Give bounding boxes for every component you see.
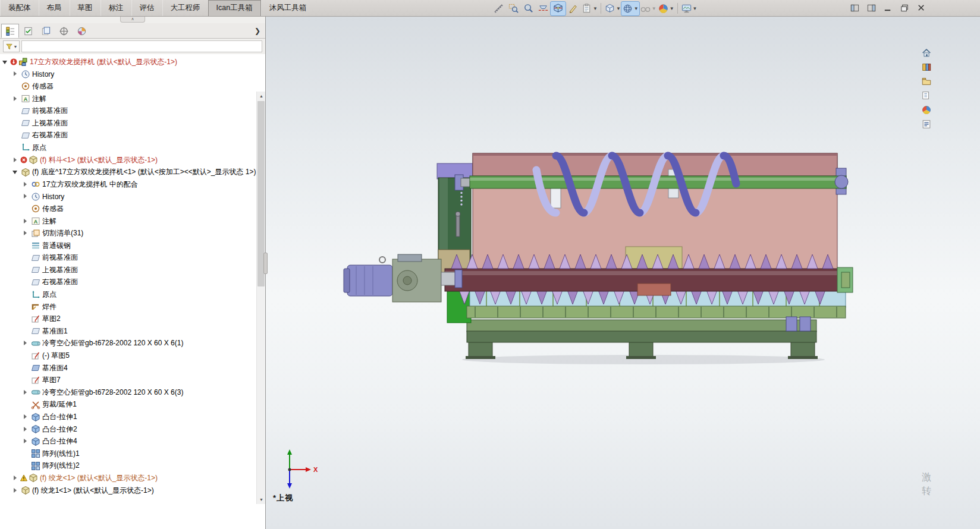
tree-expander-icon[interactable] [23, 230, 29, 237]
tree-expander-icon[interactable] [23, 414, 29, 420]
restore-button[interactable] [897, 1, 912, 15]
menu-tab-标注[interactable]: 标注 [100, 0, 131, 16]
tree-item[interactable]: 普通碳钢 [0, 240, 265, 252]
tree-item[interactable]: 传感器 [0, 203, 265, 215]
tree-item[interactable]: A注解 [0, 215, 265, 228]
manager-tab-featuremanager-tree[interactable] [1, 24, 19, 38]
tree-item[interactable]: (f) 绞龙<1> (默认<默认_显示状态-1>) [0, 472, 265, 484]
tree-item[interactable]: 阵列(线性)2 [0, 460, 265, 473]
tree-expander-icon[interactable] [23, 340, 29, 347]
manager-tab-dimxpertmanager[interactable] [55, 24, 73, 38]
tree-item[interactable]: 右视基准面 [0, 130, 265, 142]
display-style-icon[interactable]: ▼ [621, 2, 639, 15]
tree-item[interactable]: 传感器 [0, 80, 265, 93]
tree-item[interactable]: 剪裁/延伸1 [0, 399, 265, 411]
collapse-pane-right-button[interactable] [863, 1, 879, 15]
menu-tab-大工程师[interactable]: 大工程师 [162, 0, 208, 16]
dropdown-caret-icon[interactable]: ▼ [652, 6, 657, 11]
tree-item[interactable]: 草图2 [0, 313, 265, 325]
scroll-down-icon[interactable]: ▼ [257, 495, 265, 504]
tree-item[interactable]: 上视基准面 [0, 117, 265, 130]
minimize-button[interactable] [880, 1, 896, 15]
tree-item[interactable]: 冷弯空心矩管gb-t6728-2002 120 X 60 X 6(3) [0, 386, 265, 399]
tree-item[interactable]: 右视基准面 [0, 276, 265, 289]
dropdown-caret-icon[interactable]: ▼ [616, 6, 621, 11]
apply-scene-icon[interactable]: ▼ [680, 2, 698, 15]
view-palette-icon[interactable]: ▼ [580, 2, 598, 15]
zoom-area-icon[interactable] [506, 2, 521, 15]
tree-item[interactable]: 前视基准面 [0, 105, 265, 117]
menu-tab-沐风工具箱[interactable]: 沐风工具箱 [261, 0, 315, 16]
manager-tab-configurationmanager[interactable] [37, 24, 55, 38]
task-pane-tab-solidworks-resources[interactable] [920, 61, 932, 73]
section-view-icon[interactable] [551, 2, 566, 15]
tree-item[interactable]: 凸台-拉伸4 [0, 435, 265, 448]
panel-flyout-button[interactable]: ❯ [253, 26, 262, 36]
annotation-pen-icon[interactable] [566, 2, 580, 15]
tree-expander-icon[interactable] [23, 193, 29, 200]
tree-expander-icon[interactable] [12, 169, 19, 175]
tree-filter-input[interactable] [21, 40, 262, 52]
tree-item[interactable]: 前视基准面 [0, 252, 265, 264]
tree-item[interactable]: 凸台-拉伸2 [0, 423, 265, 436]
tree-item[interactable]: 基准面4 [0, 362, 265, 374]
panel-collapse-button[interactable]: ∧ [120, 17, 145, 23]
view-orientation-icon[interactable]: ▼ [604, 2, 621, 15]
menu-tab-布局[interactable]: 布局 [39, 0, 70, 16]
task-pane-tab-appearances-scenes[interactable] [920, 103, 932, 116]
tree-item[interactable]: 阵列(线性)1 [0, 448, 265, 460]
manager-tab-displaymanager[interactable] [73, 24, 90, 38]
tree-item[interactable]: (f) 底座^17立方双绞龙搅拌机<1> (默认<按加工><<默认>_显示状态 … [0, 166, 265, 178]
tree-expander-icon[interactable] [23, 181, 29, 188]
manager-tab-propertymanager[interactable] [19, 24, 37, 38]
menu-tab-装配体[interactable]: 装配体 [0, 0, 39, 16]
scroll-up-icon[interactable]: ▲ [257, 92, 265, 100]
tree-expander-icon[interactable] [12, 157, 19, 163]
menu-tab-Ican工具箱[interactable]: Ican工具箱 [208, 0, 261, 16]
tree-item[interactable]: 基准面1 [0, 325, 265, 338]
tree-item[interactable]: 草图7 [0, 374, 265, 386]
collapse-pane-left-button[interactable] [847, 1, 862, 15]
tree-item[interactable]: 17立方双绞龙搅拌机 (默认<默认_显示状态-1>) [0, 56, 265, 68]
edit-appearance-icon[interactable]: ▼ [657, 2, 675, 15]
tree-expander-icon[interactable] [12, 71, 19, 77]
tree-item[interactable]: (-) 草图5 [0, 349, 265, 362]
tree-expander-icon[interactable] [23, 426, 29, 433]
tree-expander-icon[interactable] [12, 96, 19, 102]
tree-item[interactable]: 凸台-拉伸1 [0, 411, 265, 423]
tree-item[interactable]: 切割清单(31) [0, 227, 265, 240]
tree-item[interactable]: History [0, 191, 265, 203]
task-pane-tab-custom-properties[interactable] [920, 118, 932, 130]
hide-show-icon[interactable]: ▼ [639, 2, 657, 15]
tree-expander-icon[interactable] [12, 475, 19, 481]
close-button[interactable] [913, 1, 929, 15]
menu-tab-评估[interactable]: 评估 [131, 0, 162, 16]
tree-expander-icon[interactable] [23, 438, 29, 445]
tree-item[interactable]: 17立方双绞龙搅拌机 中的配合 [0, 178, 265, 191]
section-cut-icon[interactable] [536, 2, 551, 15]
model-canvas[interactable]: X [266, 17, 980, 529]
dropdown-caret-icon[interactable]: ▼ [593, 6, 598, 11]
dropdown-caret-icon[interactable]: ▼ [634, 6, 639, 11]
tree-scrollbar[interactable]: ▲ ▼ [256, 92, 265, 504]
task-pane-tab-design-library[interactable] [920, 75, 932, 87]
tree-item[interactable]: History [0, 68, 265, 81]
viewport-3d[interactable]: X *上视 激 转 [266, 17, 980, 529]
tree-item[interactable]: (f) 绞龙1<1> (默认<默认_显示状态-1>) [0, 484, 265, 497]
tree-item[interactable]: 原点 [0, 288, 265, 301]
filter-button[interactable]: ▼ [3, 40, 20, 52]
tree-expander-icon[interactable] [23, 218, 29, 225]
tree-expander-icon[interactable] [12, 487, 19, 494]
magnifier-icon[interactable] [521, 2, 536, 15]
task-pane-tab-file-explorer[interactable] [920, 89, 932, 102]
tree-item[interactable]: 焊件 [0, 301, 265, 313]
dropdown-caret-icon[interactable]: ▼ [693, 6, 698, 11]
task-pane-tab-home[interactable] [920, 46, 932, 59]
tree-item[interactable]: (f) 料斗<1> (默认<默认_显示状态-1>) [0, 154, 265, 166]
tree-expander-icon[interactable] [23, 389, 29, 396]
menu-tab-草图[interactable]: 草图 [70, 0, 100, 16]
dropdown-caret-icon[interactable]: ▼ [670, 6, 674, 11]
tree-item[interactable]: 冷弯空心矩管gb-t6728-2002 120 X 60 X 6(1) [0, 338, 265, 350]
tree-item[interactable]: 上视基准面 [0, 264, 265, 276]
panel-splitter-handle[interactable] [263, 253, 268, 274]
